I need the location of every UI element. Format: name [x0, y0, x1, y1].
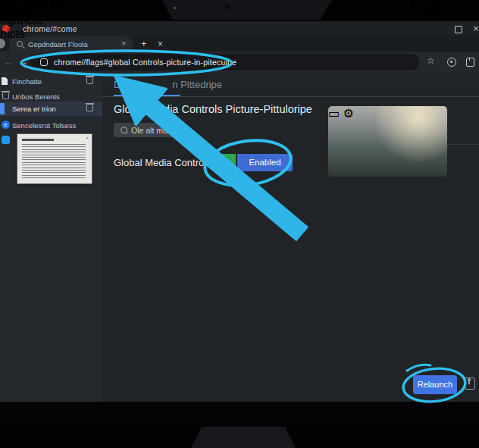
relaunch-highlight-ellipse: [402, 365, 467, 404]
annotation-overlay: [0, 0, 479, 448]
url-highlight-ellipse: [21, 51, 232, 75]
pointer-arrow: [115, 77, 307, 240]
